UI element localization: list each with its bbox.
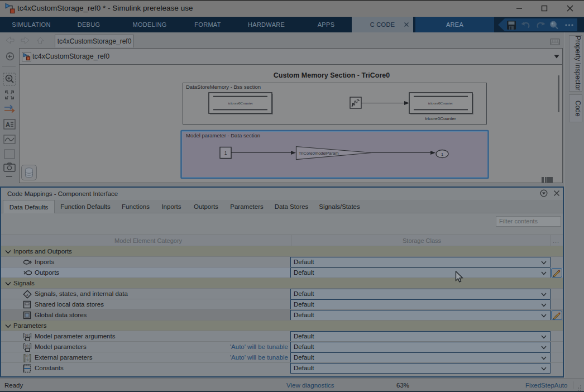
svg-text:TriCore0modelParam: TriCore0modelParam: [299, 151, 338, 156]
svg-text:A: A: [6, 121, 10, 128]
svg-text:1: 1: [441, 152, 443, 157]
svg-text:tricore0Counter: tricore0Counter: [425, 116, 456, 121]
svg-text:DataStoreMemory - Bss section: DataStoreMemory - Bss section: [186, 84, 261, 90]
svg-text:010: 010: [24, 358, 31, 362]
svg-text:101: 101: [24, 345, 31, 348]
svg-text:101: 101: [24, 355, 31, 358]
svg-text:x: x: [26, 292, 28, 297]
svg-text:tricore0Counter: tricore0Counter: [428, 101, 453, 106]
svg-text:101: 101: [24, 334, 31, 338]
svg-text:tricore0Counter: tricore0Counter: [228, 101, 253, 106]
svg-text:1: 1: [224, 150, 227, 156]
svg-text:Model parameter - Data section: Model parameter - Data section: [186, 132, 260, 138]
